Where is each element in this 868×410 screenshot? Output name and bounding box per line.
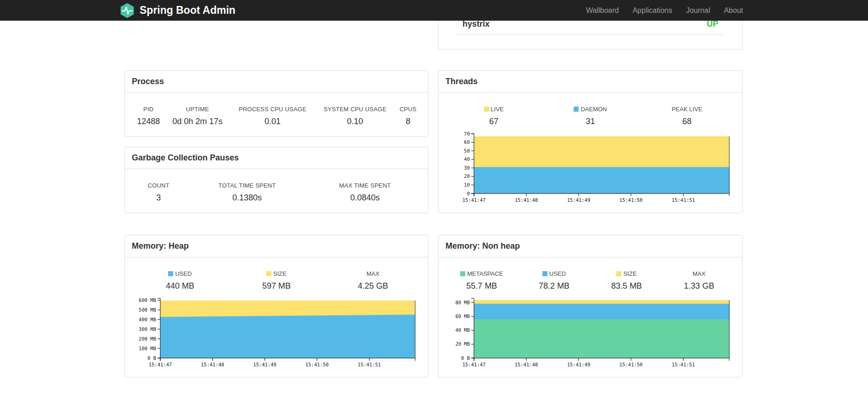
stat-label: PID bbox=[135, 106, 162, 113]
nav-item-wallboard[interactable]: Wallboard bbox=[586, 6, 619, 15]
size-series-swatch bbox=[266, 271, 271, 276]
stat-label: PROCESS CPU USAGE bbox=[233, 106, 313, 113]
stat-value: 0.01 bbox=[233, 117, 313, 126]
svg-text:300 MB: 300 MB bbox=[139, 326, 156, 332]
svg-text:0 B: 0 B bbox=[147, 355, 156, 361]
svg-text:15:41:49: 15:41:49 bbox=[567, 197, 591, 203]
used-series-swatch bbox=[168, 271, 173, 276]
stat-cpus: CPUS 8 bbox=[395, 106, 421, 126]
stat-value: 8 bbox=[398, 117, 418, 126]
spring-boot-admin-logo-icon bbox=[119, 3, 135, 18]
stat-label: SIZE bbox=[273, 270, 287, 277]
stat-value: 440 MB bbox=[132, 281, 228, 291]
gc-stats: COUNT 3 TOTAL TIME SPENT 0.1380s MAX TIM… bbox=[132, 182, 421, 203]
svg-text:15:41:51: 15:41:51 bbox=[358, 362, 381, 367]
stat-value: 1.33 GB bbox=[663, 281, 735, 291]
svg-text:15:41:49: 15:41:49 bbox=[567, 362, 591, 367]
stat-label: COUNT bbox=[135, 182, 182, 189]
svg-text:50: 50 bbox=[464, 148, 470, 154]
stat-threads-peak-live: PEAK LIVE 68 bbox=[639, 106, 735, 126]
svg-text:15:41:50: 15:41:50 bbox=[620, 362, 643, 367]
svg-text:70: 70 bbox=[464, 131, 470, 137]
stat-value: 0d 0h 2m 17s bbox=[168, 117, 227, 126]
stat-label: SIZE bbox=[623, 270, 637, 277]
stat-gc-count: COUNT 3 bbox=[132, 182, 185, 203]
brand-link[interactable]: Spring Boot Admin bbox=[119, 3, 236, 18]
stat-label: METASPACE bbox=[467, 270, 503, 277]
stat-label: MAX bbox=[693, 270, 705, 277]
svg-text:15:41:47: 15:41:47 bbox=[462, 362, 486, 367]
stat-value: 78.2 MB bbox=[518, 281, 591, 291]
stat-value: 0.10 bbox=[318, 117, 392, 126]
application-name: hystrix bbox=[462, 19, 490, 29]
stat-label: DAEMON bbox=[581, 106, 607, 113]
svg-text:600 MB: 600 MB bbox=[139, 297, 156, 303]
threads-legend: LIVE 67 DAEMON 31 PEAK LIVE 68 bbox=[445, 106, 735, 126]
stat-label: MAX bbox=[366, 270, 379, 277]
svg-text:0 B: 0 B bbox=[461, 355, 470, 361]
svg-text:200 MB: 200 MB bbox=[139, 336, 156, 342]
svg-text:400 MB: 400 MB bbox=[139, 317, 156, 322]
stat-heap-size: SIZE 597 MB bbox=[228, 270, 325, 291]
stat-label: PEAK LIVE bbox=[672, 106, 702, 113]
svg-text:15:41:47: 15:41:47 bbox=[149, 362, 172, 367]
threads-panel-title: Threads bbox=[439, 71, 742, 93]
nonheap-memory-chart: 0 B20 MB40 MB60 MB80 MB15:41:4715:41:481… bbox=[445, 295, 735, 372]
stat-label: CPUS bbox=[398, 106, 418, 113]
nav-item-journal[interactable]: Journal bbox=[686, 6, 710, 15]
gc-panel-title: Garbage Collection Pauses bbox=[125, 147, 428, 169]
process-panel-title: Process bbox=[125, 71, 428, 93]
svg-text:20 MB: 20 MB bbox=[455, 341, 470, 347]
stat-gc-total-time: TOTAL TIME SPENT 0.1380s bbox=[185, 182, 309, 203]
stat-label: USED bbox=[175, 270, 192, 277]
threads-chart: 01020304050607015:41:4715:41:4815:41:491… bbox=[445, 130, 735, 207]
stat-label: TOTAL TIME SPENT bbox=[188, 182, 306, 189]
metaspace-series-swatch bbox=[460, 271, 465, 276]
stat-value: 597 MB bbox=[228, 281, 325, 291]
svg-text:40: 40 bbox=[464, 156, 470, 162]
svg-text:30: 30 bbox=[464, 165, 470, 171]
memory-nonheap-panel: Memory: Non heap METASPACE 55.7 MB USED … bbox=[438, 235, 743, 377]
heap-panel-body: USED 440 MB SIZE 597 MB MAX 4.25 GB 0 B1… bbox=[125, 257, 428, 372]
svg-text:15:41:48: 15:41:48 bbox=[515, 197, 538, 203]
nav-item-applications[interactable]: Applications bbox=[632, 6, 672, 15]
svg-text:100 MB: 100 MB bbox=[139, 346, 156, 351]
stat-heap-max: MAX 4.25 GB bbox=[325, 270, 421, 291]
gc-panel-body: COUNT 3 TOTAL TIME SPENT 0.1380s MAX TIM… bbox=[125, 169, 428, 203]
heap-panel-title: Memory: Heap bbox=[125, 235, 428, 257]
stat-value: 31 bbox=[542, 117, 638, 126]
svg-text:40 MB: 40 MB bbox=[455, 327, 470, 333]
stat-label: USED bbox=[549, 270, 566, 277]
svg-text:15:41:50: 15:41:50 bbox=[620, 197, 643, 203]
stat-value: 55.7 MB bbox=[445, 281, 518, 291]
navbar-container: Spring Boot Admin Wallboard Applications… bbox=[125, 0, 743, 21]
used-series-swatch bbox=[542, 271, 547, 276]
svg-text:60 MB: 60 MB bbox=[455, 313, 470, 319]
stat-value: 67 bbox=[445, 117, 542, 126]
svg-text:15:41:49: 15:41:49 bbox=[253, 362, 276, 367]
nav-item-about[interactable]: About bbox=[724, 6, 743, 15]
stat-nonheap-max: MAX 1.33 GB bbox=[663, 270, 735, 291]
stat-value: 83.5 MB bbox=[591, 281, 663, 291]
stat-nonheap-size: SIZE 83.5 MB bbox=[591, 270, 663, 291]
garbage-collection-panel: Garbage Collection Pauses COUNT 3 TOTAL … bbox=[124, 147, 428, 213]
daemon-series-swatch bbox=[574, 107, 579, 112]
heap-memory-chart: 0 B100 MB200 MB300 MB400 MB500 MB600 MB1… bbox=[132, 295, 421, 372]
stat-value: 68 bbox=[639, 117, 735, 126]
process-panel: Process PID 12488 UPTIME 0d 0h 2m 17s PR… bbox=[124, 70, 428, 137]
threads-panel-body: LIVE 67 DAEMON 31 PEAK LIVE 68 010203040… bbox=[439, 93, 742, 207]
nonheap-panel-title: Memory: Non heap bbox=[439, 235, 742, 257]
stat-system-cpu-usage: SYSTEM CPU USAGE 0.10 bbox=[315, 106, 395, 126]
stat-heap-used: USED 440 MB bbox=[132, 270, 228, 291]
svg-text:80 MB: 80 MB bbox=[455, 300, 470, 305]
svg-text:500 MB: 500 MB bbox=[139, 307, 156, 313]
size-series-swatch bbox=[616, 271, 621, 276]
svg-text:10: 10 bbox=[464, 182, 470, 188]
process-panel-body: PID 12488 UPTIME 0d 0h 2m 17s PROCESS CP… bbox=[125, 93, 428, 126]
stat-value: 0.0840s bbox=[311, 193, 418, 203]
stat-nonheap-metaspace: METASPACE 55.7 MB bbox=[445, 270, 518, 291]
stat-process-cpu-usage: PROCESS CPU USAGE 0.01 bbox=[230, 106, 316, 126]
stat-value: 0.1380s bbox=[188, 193, 306, 203]
stat-value: 12488 bbox=[135, 117, 162, 126]
navbar-links: Wallboard Applications Journal About bbox=[586, 6, 743, 15]
